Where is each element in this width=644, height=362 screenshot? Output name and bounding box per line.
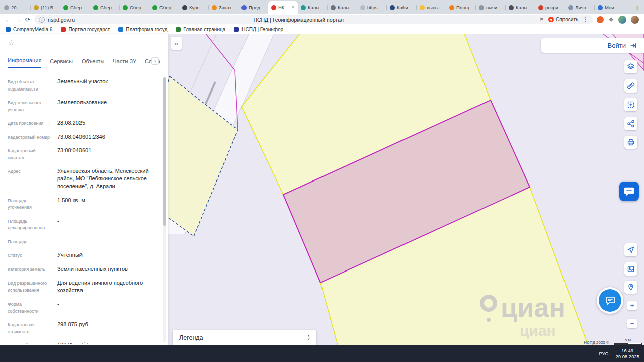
taskbar-app-icon[interactable] bbox=[39, 348, 50, 359]
back-icon[interactable]: ← bbox=[5, 17, 11, 23]
panel-collapse-button[interactable]: « bbox=[171, 37, 182, 50]
language-indicator[interactable]: РУС bbox=[599, 351, 608, 356]
bookmark-item[interactable]: Портал государст bbox=[61, 27, 110, 32]
bookmark-item[interactable]: CompanyMedia 6 bbox=[6, 27, 52, 32]
tab-favicon bbox=[63, 5, 68, 10]
site-info-icon[interactable]: i bbox=[39, 17, 45, 23]
profile-avatar[interactable] bbox=[631, 16, 639, 24]
support-chat-button[interactable] bbox=[619, 182, 639, 201]
browser-tab[interactable]: росри ✕ bbox=[535, 1, 565, 14]
bookmark-item[interactable]: Главная страница bbox=[176, 27, 225, 32]
browser-tab[interactable]: https ✕ bbox=[357, 1, 387, 14]
attribute-value: 73:08:040601 bbox=[57, 147, 91, 161]
tab-title: Сбер bbox=[100, 5, 112, 10]
svg-text:циан: циан bbox=[501, 292, 566, 322]
basemap-button[interactable] bbox=[624, 262, 637, 276]
bookmark-favicon bbox=[118, 27, 123, 32]
ask-alice-button[interactable]: Спросить bbox=[548, 17, 578, 22]
taskbar-app-icon[interactable] bbox=[58, 348, 69, 359]
bookmark-item[interactable]: НСПД | Геоинфор bbox=[234, 27, 283, 32]
legend-bar[interactable]: Легенда ∧∨ bbox=[173, 330, 316, 345]
map-canvas[interactable]: циан циан « Войти bbox=[168, 34, 644, 345]
browser-tab[interactable]: Калы ✕ bbox=[328, 1, 357, 14]
bookmark-flag-icon[interactable]: ⚑ bbox=[539, 17, 544, 22]
browser-tab[interactable]: 20 ✕ bbox=[1, 1, 31, 14]
taskbar-app-icon[interactable] bbox=[116, 348, 126, 359]
tab-close-icon[interactable]: ✕ bbox=[291, 5, 295, 10]
tab-favicon bbox=[568, 5, 573, 10]
layers-button[interactable] bbox=[624, 60, 637, 73]
browser-tab[interactable]: Сбер ✕ bbox=[120, 1, 149, 14]
taskbar-clock[interactable]: 16:49 29.08.2025 bbox=[615, 348, 639, 360]
attribute-value: - bbox=[57, 238, 59, 246]
taskbar-app-icon[interactable] bbox=[97, 348, 107, 359]
extension-avatar-icon[interactable] bbox=[618, 16, 626, 24]
extensions-menu-icon[interactable]: ❖ bbox=[608, 16, 614, 23]
browser-tab[interactable]: Заказ ✕ bbox=[209, 1, 238, 14]
panel-scrollbar-thumb[interactable] bbox=[163, 77, 166, 226]
reload-icon[interactable]: ⟳ bbox=[25, 17, 30, 23]
browser-tab[interactable]: Сбер ✕ bbox=[90, 1, 120, 14]
tab-title: Мои bbox=[605, 5, 614, 10]
share-button[interactable] bbox=[624, 117, 637, 130]
favorite-star-icon[interactable]: ☆ bbox=[8, 38, 15, 47]
zoom-in-button[interactable]: + bbox=[627, 301, 637, 310]
browser-tab[interactable]: Мои ✕ bbox=[595, 1, 624, 14]
locate-button[interactable] bbox=[624, 281, 637, 294]
cursor-icon bbox=[627, 246, 635, 254]
browser-tab[interactable]: вычи ✕ bbox=[476, 1, 506, 14]
panel-tab[interactable]: Сервисы bbox=[50, 58, 73, 68]
bookmark-item[interactable]: Платформа госуд bbox=[118, 27, 167, 32]
browser-tab[interactable]: Каби ✕ bbox=[387, 1, 417, 14]
browser-tab[interactable]: Сбер ✕ bbox=[149, 1, 179, 14]
url-menu-icon[interactable]: ⋮ bbox=[583, 16, 588, 23]
address-bar: ← → ⟳ i nspd.gov.ru НСПД | Геоинформацио… bbox=[0, 14, 644, 25]
zoom-out-button[interactable]: − bbox=[627, 319, 637, 328]
measure-button[interactable] bbox=[624, 79, 637, 93]
browser-tab[interactable]: Личн ✕ bbox=[565, 1, 595, 14]
panel-tabs-scroll-button[interactable]: › bbox=[151, 57, 159, 65]
attribute-label: Вид разрешенного использования bbox=[8, 279, 57, 294]
browser-tab[interactable]: Калы ✕ bbox=[506, 1, 535, 14]
cursor-button[interactable] bbox=[624, 243, 637, 256]
taskbar-app-icon[interactable] bbox=[77, 348, 88, 359]
attribute-label: Площадь уточненная bbox=[8, 197, 57, 211]
bookmark-label: НСПД | Геоинфор bbox=[242, 27, 283, 32]
chat-icon bbox=[604, 295, 616, 307]
attribute-row: Категория земель Земли населенных пункто… bbox=[8, 265, 159, 274]
browser-tab[interactable]: (11) Б ✕ bbox=[31, 1, 60, 14]
bookmark-label: Портал государст bbox=[68, 27, 110, 32]
panel-tab[interactable]: Объекты bbox=[82, 58, 104, 68]
object-info-panel: ☆ Информация Сервисы Объекты Части ЗУ Со… bbox=[0, 34, 168, 345]
tab-title: вычи bbox=[486, 5, 497, 10]
browser-tab[interactable]: Пред ✕ bbox=[238, 1, 268, 14]
extension-icon[interactable] bbox=[597, 16, 604, 23]
forward-icon[interactable]: → bbox=[15, 17, 21, 23]
chat-widget-button[interactable] bbox=[597, 287, 623, 314]
browser-tab[interactable]: Сбер ✕ bbox=[60, 1, 90, 14]
share-icon bbox=[627, 120, 635, 128]
attribute-label: Удельный показатель кадастровой стоимост… bbox=[8, 341, 57, 344]
print-button[interactable] bbox=[624, 136, 637, 149]
new-tab-button[interactable]: + bbox=[630, 1, 644, 14]
browser-tab[interactable]: Площ ✕ bbox=[446, 1, 476, 14]
panel-tab[interactable]: Части ЗУ bbox=[113, 58, 136, 68]
browser-tab[interactable]: НК ✕ bbox=[268, 1, 298, 14]
attribute-row: Вид земельного участка Землепользование bbox=[8, 99, 159, 113]
browser-tab[interactable]: Калы ✕ bbox=[298, 1, 328, 14]
attribute-row: Кадастровый квартал 73:08:040601 bbox=[8, 147, 159, 161]
legend-toggle-icon[interactable]: ∧∨ bbox=[307, 335, 310, 341]
attribute-label: Кадастровая стоимость bbox=[8, 321, 57, 335]
browser-tab[interactable]: Курс ✕ bbox=[179, 1, 209, 14]
panel-tab-label: Части ЗУ bbox=[113, 58, 136, 64]
panel-tab[interactable]: Информация bbox=[8, 57, 41, 68]
attribute-value: 199,25 руб./кв. м bbox=[57, 341, 100, 344]
select-area-button[interactable] bbox=[624, 98, 637, 111]
url-box[interactable]: i nspd.gov.ru НСПД | Геоинформационный п… bbox=[34, 15, 593, 24]
browser-tab[interactable]: высы ✕ bbox=[417, 1, 446, 14]
login-bar[interactable]: Войти bbox=[541, 38, 644, 53]
panel-scrollbar[interactable] bbox=[163, 77, 166, 342]
attribute-label: Дата присвоения bbox=[8, 119, 57, 127]
map-copyright: НСПД 2025 © bbox=[584, 340, 609, 345]
tab-title: Пред bbox=[249, 5, 260, 10]
